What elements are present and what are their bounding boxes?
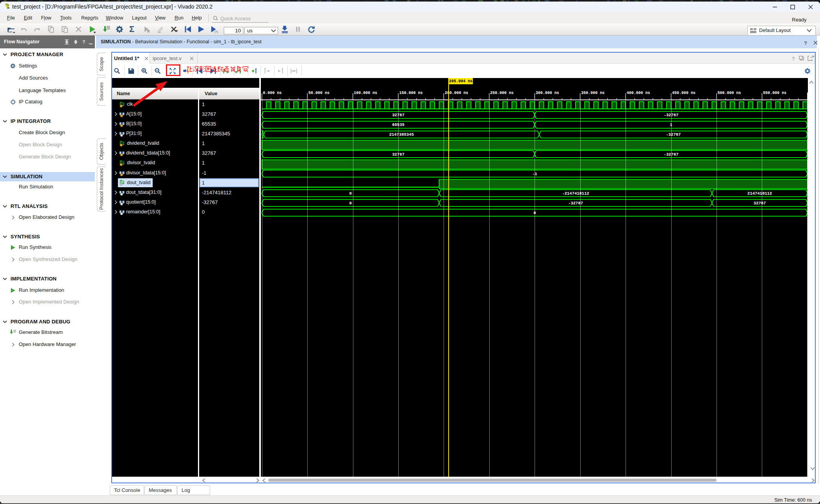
svg-text:-32767: -32767: [568, 201, 583, 206]
svg-text:32767: 32767: [754, 201, 766, 206]
svg-text:?: ?: [804, 40, 807, 45]
svg-text:2147385345: 2147385345: [389, 132, 414, 137]
svg-text:0: 0: [349, 191, 352, 196]
svg-text:2147418112: 2147418112: [747, 191, 772, 196]
svg-text:(T): (T): [214, 30, 218, 34]
svg-text:?: ?: [792, 56, 795, 61]
svg-text:-2147418112: -2147418112: [562, 191, 589, 196]
svg-text:-32767: -32767: [666, 132, 681, 137]
svg-text:?: ?: [82, 39, 85, 44]
svg-text:0: 0: [349, 201, 352, 206]
